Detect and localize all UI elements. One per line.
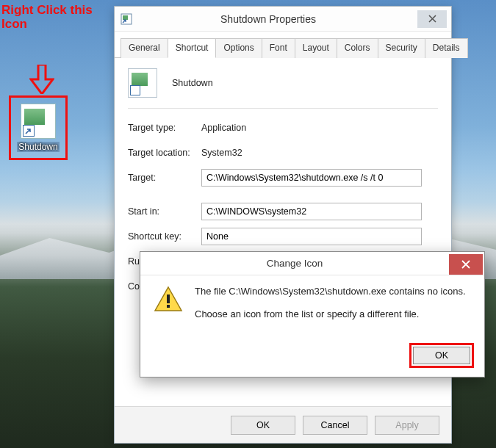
- shortcut-label: Shutdown: [17, 142, 59, 152]
- tab-details[interactable]: Details: [425, 38, 468, 58]
- svg-rect-1: [123, 15, 128, 20]
- input-target[interactable]: [201, 169, 422, 187]
- change-icon-title: Change Icon: [140, 258, 449, 269]
- properties-cancel-button[interactable]: Cancel: [303, 416, 367, 435]
- properties-button-row: OK Cancel Apply: [115, 406, 451, 443]
- desktop-background: Right Click this Icon Shutdown Shutdown …: [0, 0, 496, 448]
- properties-ok-button[interactable]: OK: [231, 416, 295, 435]
- close-icon: [428, 15, 436, 23]
- properties-sys-icon: [121, 13, 132, 25]
- change-icon-message: The file C:\Windows\System32\shutdown.ex…: [195, 286, 466, 331]
- change-icon-msg1: The file C:\Windows\System32\shutdown.ex…: [195, 286, 466, 297]
- change-icon-msg2: Choose an icon from the list or specify …: [195, 308, 466, 319]
- shortcut-overlay-arrow-icon: [24, 128, 32, 135]
- value-target-location: System32: [201, 148, 438, 158]
- tab-security[interactable]: Security: [378, 38, 425, 58]
- shortcut-icon: [21, 104, 56, 139]
- properties-close-button[interactable]: [417, 10, 447, 28]
- properties-title: Shutdown Properties: [140, 13, 397, 25]
- label-target: Target:: [128, 173, 201, 183]
- properties-titlebar[interactable]: Shutdown Properties: [115, 7, 451, 32]
- shortcut-name: Shutdown: [172, 78, 438, 88]
- annotation-line2: Icon: [1, 17, 93, 31]
- annotation-text: Right Click this Icon: [1, 3, 93, 31]
- change-icon-titlebar[interactable]: Change Icon: [140, 252, 484, 275]
- ok-highlight: OK: [409, 343, 474, 368]
- svg-rect-2: [167, 295, 170, 303]
- warning-icon: [154, 286, 183, 314]
- tab-options[interactable]: Options: [215, 38, 262, 58]
- change-icon-dialog: Change Icon The file C:\Windows\System32…: [140, 251, 485, 377]
- properties-apply-button: Apply: [375, 416, 439, 435]
- tab-shortcut[interactable]: Shortcut: [168, 38, 217, 58]
- label-target-type: Target type:: [128, 123, 201, 133]
- annotation-arrow-icon: [29, 65, 54, 94]
- change-icon-close-button[interactable]: [449, 254, 483, 275]
- shortcut-big-icon: [128, 68, 157, 98]
- tab-general[interactable]: General: [121, 38, 168, 58]
- svg-rect-3: [167, 305, 170, 308]
- input-shortcut-key[interactable]: [201, 228, 422, 245]
- close-icon: [461, 260, 470, 269]
- desktop-shortcut-shutdown[interactable]: Shutdown: [9, 95, 68, 160]
- separator: [128, 108, 438, 109]
- input-start-in[interactable]: [201, 203, 422, 220]
- label-shortcut-key: Shortcut key:: [128, 231, 201, 242]
- label-target-location: Target location:: [128, 148, 201, 158]
- label-start-in: Start in:: [128, 206, 201, 217]
- change-icon-ok-button[interactable]: OK: [413, 347, 470, 364]
- annotation-line1: Right Click this: [1, 3, 93, 17]
- tab-font[interactable]: Font: [262, 38, 295, 58]
- properties-tabstrip: General Shortcut Options Font Layout Col…: [115, 32, 451, 58]
- shutdown-properties-dialog: Shutdown Properties General Shortcut Opt…: [114, 6, 452, 444]
- tab-layout[interactable]: Layout: [295, 38, 337, 58]
- tab-colors[interactable]: Colors: [337, 38, 378, 58]
- value-target-type: Application: [201, 123, 438, 133]
